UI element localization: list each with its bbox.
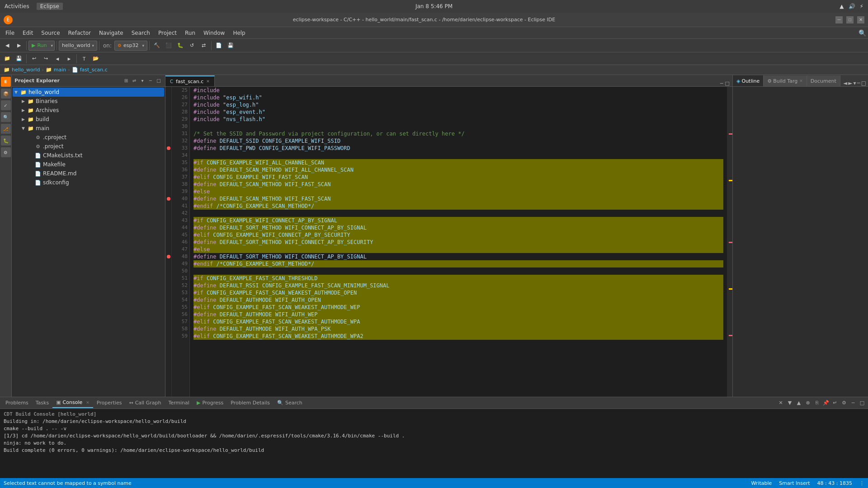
prev-edit-button[interactable]: ◄ xyxy=(52,53,63,64)
console-tab-close[interactable]: ✕ xyxy=(86,400,90,405)
tree-item-binaries[interactable]: ▶ 📁 Binaries xyxy=(13,97,164,106)
tab-properties[interactable]: Properties xyxy=(93,398,126,408)
console-content[interactable]: CDT Build Console [hello_world] Building… xyxy=(0,409,868,478)
debug-button[interactable]: 🐛 xyxy=(175,40,186,51)
menu-refactor[interactable]: Refactor xyxy=(65,29,94,37)
back-button[interactable]: ◀ xyxy=(2,40,13,51)
redo-button[interactable]: ↪ xyxy=(40,53,51,64)
editor-maximize-button[interactable]: □ xyxy=(725,80,730,86)
menu-edit[interactable]: Edit xyxy=(19,29,37,37)
sidebar-icon-1[interactable]: E xyxy=(1,77,11,87)
close-button[interactable]: ✕ xyxy=(857,16,864,23)
menu-file[interactable]: File xyxy=(2,29,18,37)
minimize-panel-button[interactable]: ─ xyxy=(147,77,154,84)
editor-minimize-button[interactable]: ─ xyxy=(720,80,723,86)
tab-console[interactable]: ▣ Console ✕ xyxy=(52,398,93,408)
right-panel-btn-1[interactable]: ◄ xyxy=(843,80,847,86)
console-close-button[interactable]: ✕ xyxy=(777,399,785,407)
stop-button[interactable]: ⬛ xyxy=(163,40,174,51)
config-dropdown-arrow[interactable]: ▾ xyxy=(92,43,94,48)
right-panel-minimize[interactable]: ─ xyxy=(857,80,860,86)
tab-search[interactable]: 🔍 Search xyxy=(274,398,306,408)
next-edit-button[interactable]: ► xyxy=(64,53,75,64)
right-panel-maximize[interactable]: □ xyxy=(861,80,866,86)
target-dropdown-arrow[interactable]: ▾ xyxy=(142,43,144,48)
menu-navigate[interactable]: Navigate xyxy=(95,29,127,37)
menu-search[interactable]: Search xyxy=(128,29,154,37)
sidebar-icon-search[interactable]: 🔍 xyxy=(1,112,11,122)
console-scroll-up-button[interactable]: ▲ xyxy=(795,399,803,407)
menu-source[interactable]: Source xyxy=(38,29,63,37)
console-settings-button[interactable]: ⚙ xyxy=(840,399,848,407)
minimize-button[interactable]: ─ xyxy=(835,16,843,23)
maximize-panel-button[interactable]: □ xyxy=(155,77,162,84)
view-menu-button[interactable]: ▾ xyxy=(139,77,146,84)
code-content[interactable]: #include #include "esp_wifi.h"#include "… xyxy=(190,87,727,397)
tab-terminal[interactable]: Terminal xyxy=(165,398,193,408)
tree-item-project[interactable]: ⚙ .project xyxy=(13,142,164,151)
console-scroll-down-button[interactable]: ▼ xyxy=(786,399,794,407)
breadcrumb-file[interactable]: fast_scan.c xyxy=(80,67,108,73)
tab-document[interactable]: Document xyxy=(807,75,840,86)
run-dropdown-arrow[interactable]: ▾ xyxy=(50,43,55,48)
console-minimize-button[interactable]: ─ xyxy=(849,399,857,407)
right-panel-btn-2[interactable]: ► xyxy=(848,80,852,86)
toolbar-btn-4[interactable]: 💾 xyxy=(225,40,236,51)
sidebar-icon-settings[interactable]: ⚙ xyxy=(1,147,11,157)
target-combo[interactable]: ⚙ esp32 ▾ xyxy=(114,41,147,51)
menu-run[interactable]: Run xyxy=(181,29,199,37)
tree-item-root[interactable]: ▼ 📁 hello_world xyxy=(13,88,164,97)
tab-close-button[interactable]: ✕ xyxy=(206,79,210,84)
tree-item-sdkconfig[interactable]: 📄 sdkconfig xyxy=(13,178,164,187)
toolbar-btn-2[interactable]: ⇄ xyxy=(198,40,209,51)
breadcrumb-root[interactable]: hello_world xyxy=(12,67,40,73)
menu-window[interactable]: Window xyxy=(200,29,228,37)
sidebar-icon-pkg[interactable]: 📦 xyxy=(1,89,11,99)
tab-problem-details[interactable]: Problem Details xyxy=(227,398,274,408)
tab-build-targets[interactable]: ⚙ Build Targ ✕ xyxy=(764,75,807,86)
console-clear-button[interactable]: ⊗ xyxy=(804,399,812,407)
editor-tab-fast-scan[interactable]: C fast_scan.c ✕ xyxy=(165,75,215,86)
console-maximize-button[interactable]: □ xyxy=(858,399,866,407)
tab-outline[interactable]: ◈ Outline xyxy=(733,75,764,86)
menu-help[interactable]: Help xyxy=(229,29,249,37)
build-button[interactable]: 🔨 xyxy=(151,40,162,51)
tree-item-cproject[interactable]: ⚙ .cproject xyxy=(13,133,164,142)
tree-item-readme[interactable]: 📄 README.md xyxy=(13,169,164,178)
sidebar-icon-git[interactable]: ⎇ xyxy=(1,124,11,134)
tree-item-build[interactable]: ▶ 📁 build xyxy=(13,115,164,124)
console-wrap-button[interactable]: ↵ xyxy=(831,399,839,407)
link-editor-button[interactable]: ⇌ xyxy=(131,77,138,84)
open-resource-button[interactable]: 📂 xyxy=(90,53,101,64)
tab-call-graph[interactable]: ↔ Call Graph xyxy=(125,398,165,408)
menu-project[interactable]: Project xyxy=(155,29,180,37)
tab-problems[interactable]: Problems xyxy=(2,398,32,408)
tree-item-cmake[interactable]: 📄 CMakeLists.txt xyxy=(13,151,164,160)
build-targets-close[interactable]: ✕ xyxy=(799,79,803,83)
undo-button[interactable]: ↩ xyxy=(28,53,39,64)
run-combo[interactable]: ▶ Run ▾ xyxy=(28,41,55,51)
right-panel-btn-3[interactable]: ▾ xyxy=(853,80,856,86)
collapse-all-button[interactable]: ⊞ xyxy=(123,77,130,84)
status-more-button[interactable]: ⋮ xyxy=(859,480,864,486)
tab-progress[interactable]: ▶ Progress xyxy=(193,398,227,408)
tree-item-makefile[interactable]: 📄 Makefile xyxy=(13,160,164,169)
maximize-button[interactable]: □ xyxy=(846,16,854,23)
new-button[interactable]: 📁 xyxy=(2,53,13,64)
breadcrumb-main[interactable]: main xyxy=(54,67,66,73)
console-pin-button[interactable]: 📌 xyxy=(822,399,830,407)
toolbar-btn-1[interactable]: ↺ xyxy=(187,40,198,51)
save-all-button[interactable]: 💾 xyxy=(14,53,24,64)
toolbar-btn-3[interactable]: 📄 xyxy=(213,40,224,51)
tree-item-archives[interactable]: ▶ 📁 Archives xyxy=(13,106,164,115)
eclipse-label[interactable]: Eclipse xyxy=(37,3,63,10)
forward-button[interactable]: ▶ xyxy=(14,40,24,51)
tab-tasks[interactable]: Tasks xyxy=(32,398,52,408)
activities-label[interactable]: Activities xyxy=(5,3,29,9)
tree-item-main[interactable]: ▼ 📁 main xyxy=(13,124,164,133)
search-icon[interactable]: 🔍 xyxy=(859,29,866,37)
sidebar-icon-tasks[interactable]: ✓ xyxy=(1,100,11,110)
config-combo[interactable]: hello_world ▾ xyxy=(59,41,97,51)
console-copy-button[interactable]: ⎘ xyxy=(813,399,821,407)
open-type-button[interactable]: T xyxy=(79,53,90,64)
